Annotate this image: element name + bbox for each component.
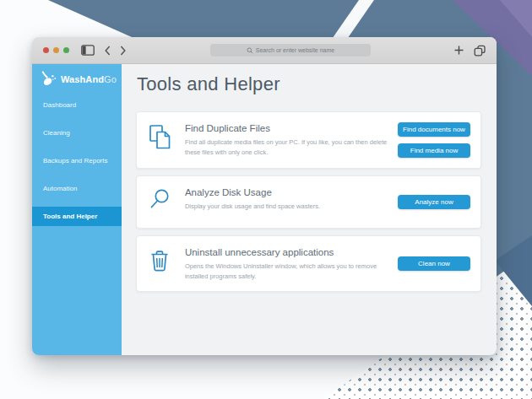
card-text: Uninstall unnecessary applications Opens… bbox=[174, 246, 398, 281]
app-name: WashAndGo bbox=[61, 74, 117, 84]
card-description: Display your disk usage and find space w… bbox=[185, 202, 389, 212]
search-input[interactable]: Search or enter website name bbox=[210, 44, 371, 57]
app-logo: WashAndGo bbox=[32, 64, 122, 93]
card-title: Analyze Disk Usage bbox=[185, 187, 389, 197]
sidebar-item-automation[interactable]: Automation bbox=[32, 179, 122, 198]
tabs-overview-button[interactable] bbox=[474, 45, 486, 57]
page-title: Tools and Helper bbox=[137, 73, 481, 95]
sidebar-item-backups-and-reports[interactable]: Backups and Reports bbox=[32, 151, 122, 170]
card-description: Opens the Windows Uninstaller window, wh… bbox=[185, 262, 389, 281]
sidebar-item-tools-and-helper[interactable]: Tools and Helper bbox=[32, 207, 122, 226]
back-button[interactable] bbox=[105, 46, 111, 56]
window-body: WashAndGo Dashboard Cleaning Backups and… bbox=[32, 64, 497, 355]
app-sidebar: WashAndGo Dashboard Cleaning Backups and… bbox=[32, 64, 122, 355]
card-analyze-disk-usage: Analyze Disk Usage Display your disk usa… bbox=[136, 175, 481, 229]
sidebar-toggle-icon[interactable] bbox=[81, 45, 95, 56]
card-title: Uninstall unnecessary applications bbox=[185, 247, 389, 257]
sidebar-item-dashboard[interactable]: Dashboard bbox=[32, 95, 122, 115]
magnifier-icon bbox=[149, 188, 174, 218]
tabs-overview-icon bbox=[474, 45, 486, 57]
main-content: Tools and Helper Find Duplicate Files Fi… bbox=[122, 64, 497, 355]
card-find-duplicate-files: Find Duplicate Files Find all duplicate … bbox=[136, 111, 481, 169]
find-documents-now-button[interactable]: Find documents now bbox=[398, 122, 470, 137]
card-uninstall-applications: Uninstall unnecessary applications Opens… bbox=[136, 235, 481, 292]
duplicate-files-icon bbox=[149, 124, 174, 158]
card-title: Find Duplicate Files bbox=[185, 123, 389, 133]
new-tab-button[interactable] bbox=[454, 46, 464, 55]
card-text: Analyze Disk Usage Display your disk usa… bbox=[174, 186, 398, 218]
browser-titlebar: Search or enter website name bbox=[32, 37, 497, 64]
find-media-now-button[interactable]: Find media now bbox=[398, 143, 470, 158]
card-actions: Clean now bbox=[398, 246, 470, 281]
minimize-button[interactable] bbox=[53, 47, 59, 53]
card-actions: Analyze now bbox=[398, 186, 470, 218]
clean-now-button[interactable]: Clean now bbox=[398, 256, 470, 271]
card-actions: Find documents now Find media now bbox=[398, 122, 470, 158]
search-placeholder: Search or enter website name bbox=[256, 47, 334, 53]
forward-button[interactable] bbox=[120, 46, 126, 56]
card-description: Find all duplicate media files on your P… bbox=[185, 137, 389, 157]
traffic-lights bbox=[43, 47, 69, 53]
zoom-button[interactable] bbox=[63, 47, 69, 53]
card-text: Find Duplicate Files Find all duplicate … bbox=[174, 122, 398, 158]
sidebar-item-cleaning[interactable]: Cleaning bbox=[32, 123, 122, 143]
wash-brush-icon bbox=[41, 71, 57, 88]
trash-icon bbox=[149, 248, 174, 281]
analyze-now-button[interactable]: Analyze now bbox=[398, 195, 470, 209]
sidebar-nav: Dashboard Cleaning Backups and Reports A… bbox=[32, 95, 122, 226]
browser-window: Search or enter website name bbox=[32, 37, 497, 355]
search-icon bbox=[247, 47, 253, 54]
close-button[interactable] bbox=[43, 47, 49, 53]
